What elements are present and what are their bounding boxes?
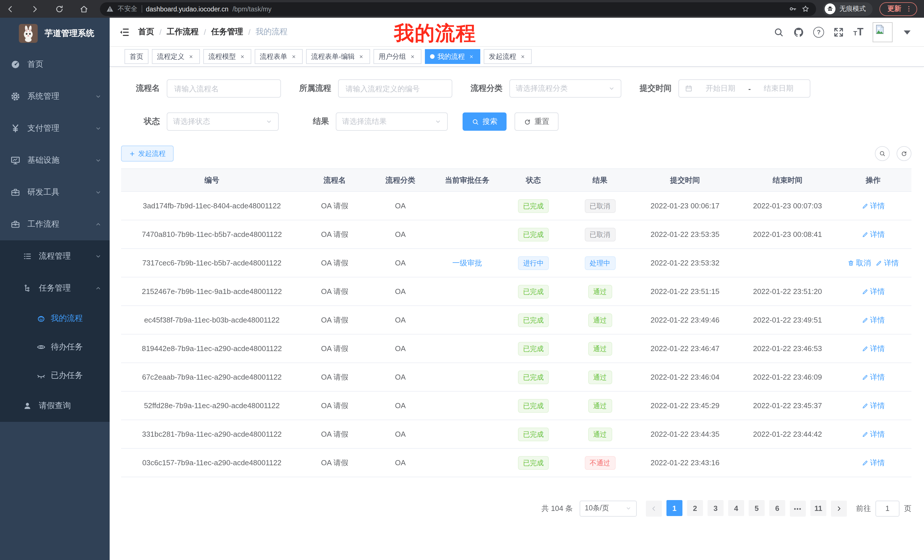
fullscreen-icon[interactable] — [834, 27, 844, 37]
tab[interactable]: 流程模型× — [203, 49, 251, 64]
page-size-select[interactable]: 10条/页 — [580, 500, 637, 516]
address-bar[interactable]: 不安全 dashboard.yudao.iocoder.cn/bpm/task/… — [100, 2, 816, 16]
avatar[interactable] — [873, 22, 892, 42]
list-icon — [23, 252, 32, 261]
user-icon — [23, 401, 32, 410]
tab[interactable]: 流程表单-编辑× — [306, 49, 370, 64]
tab[interactable]: 流程表单× — [255, 49, 303, 64]
sidebar-toggle-icon[interactable] — [119, 27, 130, 37]
breadcrumb-item[interactable]: 任务管理 — [211, 27, 243, 37]
close-icon[interactable]: × — [468, 53, 475, 60]
page-button[interactable]: 3 — [708, 500, 723, 516]
status-badge: 已完成 — [518, 284, 549, 298]
detail-link[interactable]: 详情 — [861, 315, 885, 325]
sidebar-item[interactable]: 基础设施 — [0, 144, 110, 177]
sidebar-item[interactable]: 系统管理 — [0, 81, 110, 112]
close-icon[interactable]: × — [357, 53, 365, 60]
column-header: 流程分类 — [367, 175, 434, 185]
help-icon[interactable]: ? — [813, 27, 824, 37]
tab[interactable]: 流程定义× — [152, 49, 200, 64]
bookmark-star-icon[interactable] — [801, 4, 810, 13]
process-name-input[interactable] — [167, 79, 281, 97]
page-button[interactable]: 1 — [666, 500, 682, 516]
detail-link[interactable]: 详情 — [876, 258, 899, 268]
table-header-row: 编号流程名流程分类当前审批任务状态结果提交时间结束时间操作 — [121, 169, 911, 192]
sidebar-item[interactable]: 已办任务 — [0, 361, 110, 390]
sidebar-item[interactable]: 首页 — [0, 48, 110, 81]
sidebar-item[interactable]: 任务管理 — [0, 272, 110, 304]
chevron-down-icon — [95, 125, 102, 132]
task-link[interactable]: 一级审批 — [452, 258, 482, 267]
tab[interactable]: 我的流程× — [425, 49, 480, 64]
detail-link[interactable]: 详情 — [861, 429, 885, 439]
close-icon[interactable]: × — [290, 53, 297, 60]
page-button[interactable]: 6 — [769, 500, 785, 516]
result-badge: 已取消 — [585, 228, 615, 241]
prev-page-button[interactable] — [646, 500, 662, 516]
sidebar-item[interactable]: 我的流程 — [0, 304, 110, 333]
sidebar-item[interactable]: 工作流程 — [0, 208, 110, 240]
back-icon[interactable] — [6, 4, 15, 13]
process-name-cell: OA 请假 — [303, 458, 367, 468]
home-icon[interactable] — [80, 4, 88, 13]
sidebar-item[interactable]: 支付管理 — [0, 112, 110, 144]
edit-icon — [861, 374, 868, 380]
close-icon[interactable]: × — [519, 53, 526, 60]
process-def-input[interactable] — [338, 79, 452, 97]
reload-icon[interactable] — [55, 4, 64, 13]
detail-link[interactable]: 详情 — [861, 400, 885, 411]
process-id-cell: 7317cec6-7b9b-11ec-b5b7-acde48001122 — [121, 259, 303, 267]
status-select[interactable]: 请选择状态 — [167, 112, 279, 131]
breadcrumb-item[interactable]: 工作流程 — [167, 27, 199, 37]
close-icon[interactable]: × — [409, 53, 416, 60]
goto-page: 前往 页 — [856, 500, 911, 516]
browser-menu-icon[interactable] — [905, 5, 913, 13]
reset-button[interactable]: 重置 — [514, 112, 558, 131]
tab[interactable]: 首页 — [124, 49, 148, 64]
category-select[interactable]: 请选择流程分类 — [509, 79, 621, 97]
cancel-link[interactable]: 取消 — [848, 258, 871, 268]
sidebar-item[interactable]: 请假查询 — [0, 390, 110, 422]
update-button[interactable]: 更新 — [879, 2, 917, 16]
search-button[interactable]: 搜索 — [463, 112, 507, 131]
detail-link[interactable]: 详情 — [861, 372, 885, 382]
app-logo[interactable]: 芋道管理系统 — [0, 18, 110, 48]
detail-link[interactable]: 详情 — [861, 201, 885, 211]
page-button[interactable]: 2 — [687, 500, 703, 516]
more-pages-button[interactable]: ••• — [790, 501, 806, 517]
breadcrumb-item[interactable]: 首页 — [138, 27, 154, 37]
create-process-button[interactable]: 发起流程 — [121, 145, 174, 162]
process-name-cell: OA 请假 — [303, 229, 367, 240]
security-warning-icon[interactable] — [106, 5, 114, 13]
next-page-button[interactable] — [831, 500, 847, 516]
page-unit-label: 页 — [904, 503, 911, 514]
detail-link[interactable]: 详情 — [861, 286, 885, 296]
show-search-button[interactable] — [875, 146, 890, 161]
result-select[interactable]: 请选择流结果 — [336, 112, 448, 131]
sidebar-item[interactable]: 待办任务 — [0, 333, 110, 361]
github-icon[interactable] — [794, 27, 804, 37]
tab[interactable]: 发起流程× — [484, 49, 532, 64]
tab-label: 我的流程 — [438, 52, 465, 61]
tab[interactable]: 用户分组× — [374, 49, 422, 64]
goto-page-input[interactable] — [876, 500, 900, 516]
sidebar-item[interactable]: 研发工具 — [0, 177, 110, 208]
detail-link[interactable]: 详情 — [861, 229, 885, 240]
refresh-table-button[interactable] — [897, 146, 911, 161]
page-button[interactable]: 4 — [728, 500, 744, 516]
detail-link[interactable]: 详情 — [861, 458, 885, 468]
detail-link[interactable]: 详情 — [861, 343, 885, 353]
password-key-icon[interactable] — [789, 4, 797, 13]
page-button[interactable]: 11 — [810, 500, 826, 516]
font-size-icon[interactable]: TT — [854, 27, 864, 37]
search-icon[interactable] — [774, 27, 784, 37]
date-range-picker[interactable]: 开始日期 - 结束日期 — [678, 79, 810, 97]
page-button[interactable]: 5 — [748, 500, 765, 516]
chevron-down-icon[interactable] — [902, 27, 913, 37]
close-icon[interactable]: × — [188, 53, 195, 60]
sidebar-item[interactable]: 流程管理 — [0, 240, 110, 272]
forward-icon[interactable] — [30, 4, 39, 13]
edit-icon — [861, 345, 868, 352]
actions-cell: 详情 — [838, 400, 908, 411]
close-icon[interactable]: × — [239, 53, 246, 60]
